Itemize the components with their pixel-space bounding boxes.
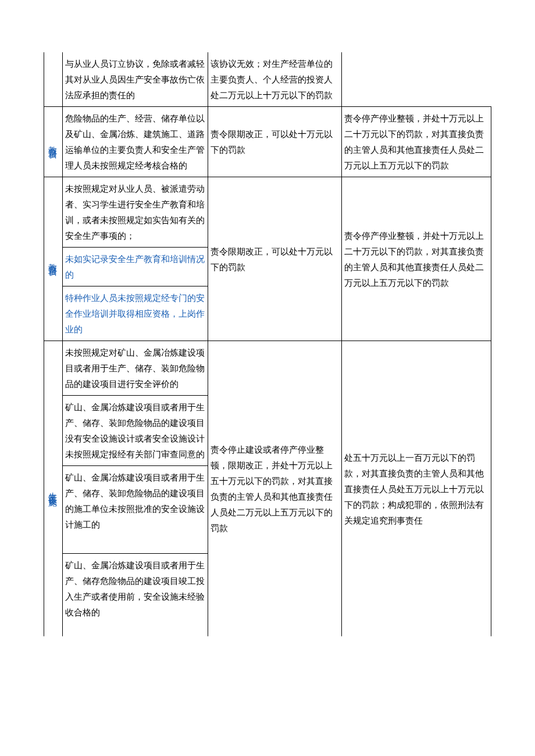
description-item: 矿山、金属冶炼建设项目或者用于生产、储存、装卸危险物品的建设项目的施工单位未按照… [63,465,208,553]
description-cell: 未按照规定对从业人员、被派遣劳动者、实习学生进行安全生产教育和培训，或者未按照规… [63,177,208,341]
description-item: 未如实记录安全生产教育和培训情况的 [63,247,208,286]
category-text: 生产设备设施 [48,485,58,492]
description-text: 未按照规定对矿山、金属冶炼建设项目或者用于生产、储存、装卸危险物品的建设项目进行… [65,347,205,389]
description-item: 矿山、金属冶炼建设项目或者用于生产、储存、装卸危险物品的建设项目没有安全设施设计… [63,395,208,465]
description-text: 危险物品的生产、经营、储存单位以及矿山、金属冶炼、建筑施工、道路运输单位的主要负… [65,113,205,170]
description-cell: 与从业人员订立协议，免除或者减轻其对从业人员因生产安全事故伤亡依法应承担的责任的 [63,52,208,107]
category-label: 教育培训 [44,177,63,341]
description-text: 矿山、金属冶炼建设项目或者用于生产、储存、装卸危险物品的建设项目没有安全设施设计… [65,402,205,459]
description-text: 矿山、金属冶炼建设项目或者用于生产、储存、装卸危险物品的建设项目的施工单位未按照… [65,472,205,529]
description-text: 与从业人员订立协议，免除或者减轻其对从业人员因生产安全事故伤亡依法应承担的责任的 [65,59,205,100]
description-item: 未按照规定对矿山、金属冶炼建设项目或者用于生产、储存、装卸危险物品的建设项目进行… [63,341,208,395]
category-text: 教育培训 [48,139,58,144]
penalty-mid-text: 责令限期改正，可以处十万元以下的罚款 [211,129,333,155]
description-text: 特种作业人员未按照规定经专门的安全作业培训并取得相应资格，上岗作业的 [65,293,205,334]
description-text: 未如实记录安全生产教育和培训情况的 [65,254,205,280]
description-item: 特种作业人员未按照规定经专门的安全作业培训并取得相应资格，上岗作业的 [63,286,208,341]
description-item: 矿山、金属冶炼建设项目或者用于生产、储存危险物品的建设项目竣工投入生产或者使用前… [63,553,208,636]
category-label [44,52,63,107]
penalty-right-text: 责令停产停业整顿，并处十万元以上二十万元以下的罚款，对其直接负责的主管人员和其他… [344,113,484,170]
description-item: 未按照规定对从业人员、被派遣劳动者、实习学生进行安全生产教育和培训，或者未按照规… [63,177,208,247]
category-text: 教育培训 [48,257,58,261]
penalty-mid-cell: 责令限期改正，可以处十万元以下的罚款 [208,177,342,341]
penalty-mid-text: 责令停止建设或者停产停业整顿，限期改正，并处十万元以上五十万元以下的罚款，对其直… [211,445,333,533]
table-row: 与从业人员订立协议，免除或者减轻其对从业人员因生产安全事故伤亡依法应承担的责任的… [44,52,491,107]
penalty-mid-cell: 责令限期改正，可以处十万元以下的罚款 [208,107,342,177]
penalty-mid-text: 责令限期改正，可以处十万元以下的罚款 [211,246,333,272]
regulation-table: 与从业人员订立协议，免除或者减轻其对从业人员因生产安全事故伤亡依法应承担的责任的… [44,52,491,636]
penalty-right-text: 处五十万元以上一百万元以下的罚款，对其直接负责的主管人员和其他直接责任人员处五万… [344,453,484,525]
category-label: 教育培训 [44,107,63,177]
description-text: 矿山、金属冶炼建设项目或者用于生产、储存危险物品的建设项目竣工投入生产或者使用前… [65,560,205,617]
penalty-cell: 该协议无效；对生产经营单位的主要负责人、个人经营的投资人处二万元以上十万元以下的… [208,52,342,107]
penalty-right-cell: 处五十万元以上一百万元以下的罚款，对其直接负责的主管人员和其他直接责任人员处五万… [342,341,491,637]
category-label: 生产设备设施 [44,341,63,637]
description-cell: 未按照规定对矿山、金属冶炼建设项目或者用于生产、储存、装卸危险物品的建设项目进行… [63,341,208,637]
table-row: 教育培训 未按照规定对从业人员、被派遣劳动者、实习学生进行安全生产教育和培训，或… [44,177,491,341]
table-row: 教育培训 危险物品的生产、经营、储存单位以及矿山、金属冶炼、建筑施工、道路运输单… [44,107,491,177]
penalty-right-cell: 责令停产停业整顿，并处十万元以上二十万元以下的罚款，对其直接负责的主管人员和其他… [342,177,491,341]
penalty-text: 该协议无效；对生产经营单位的主要负责人、个人经营的投资人处二万元以上十万元以下的… [211,59,333,100]
penalty-mid-cell: 责令停止建设或者停产停业整顿，限期改正，并处十万元以上五十万元以下的罚款，对其直… [208,341,342,637]
table-row: 生产设备设施 未按照规定对矿山、金属冶炼建设项目或者用于生产、储存、装卸危险物品… [44,341,491,637]
description-text: 未按照规定对从业人员、被派遣劳动者、实习学生进行安全生产教育和培训，或者未按照规… [65,184,205,241]
description-cell: 危险物品的生产、经营、储存单位以及矿山、金属冶炼、建筑施工、道路运输单位的主要负… [63,107,208,177]
penalty-right-cell: 责令停产停业整顿，并处十万元以上二十万元以下的罚款，对其直接负责的主管人员和其他… [342,107,491,177]
penalty-right-text: 责令停产停业整顿，并处十万元以上二十万元以下的罚款，对其直接负责的主管人员和其他… [344,231,484,288]
